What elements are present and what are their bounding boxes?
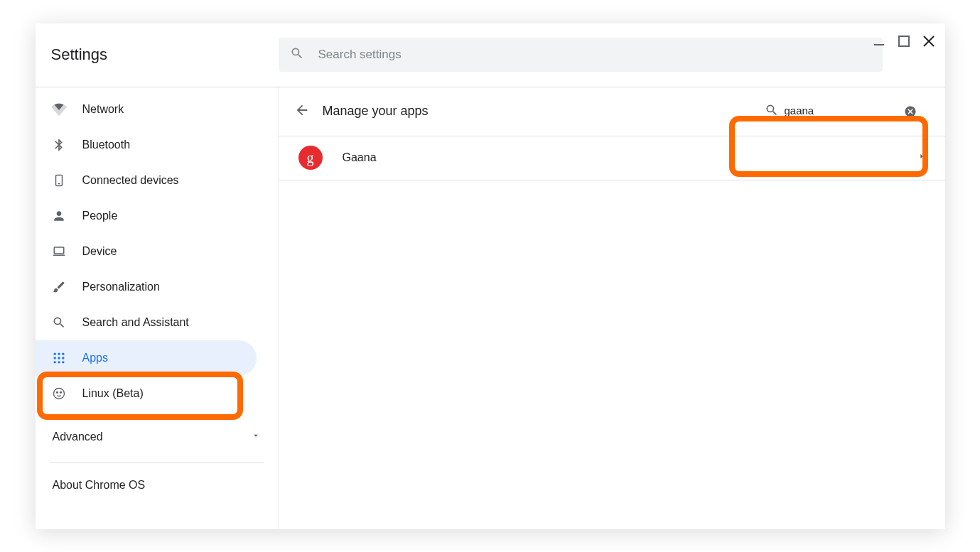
sidebar-item-network[interactable]: Network (36, 92, 278, 127)
svg-point-16 (62, 361, 64, 363)
sidebar-item-linux[interactable]: Linux (Beta) (36, 376, 278, 411)
sidebar-item-label: People (82, 210, 118, 222)
sidebar-item-label: Linux (Beta) (82, 387, 144, 400)
sidebar-item-apps[interactable]: Apps (36, 340, 257, 376)
search-icon (765, 103, 779, 120)
linux-icon (51, 386, 67, 401)
chevron-right-icon (918, 151, 925, 164)
svg-point-18 (56, 391, 58, 393)
svg-point-10 (62, 352, 64, 355)
svg-point-9 (58, 352, 60, 355)
sidebar-item-label: Connected devices (82, 174, 179, 187)
apps-search (765, 103, 925, 120)
apps-search-input[interactable] (785, 103, 898, 119)
sidebar-item-people[interactable]: People (36, 198, 278, 234)
app-row-gaana[interactable]: g Gaana (279, 136, 945, 180)
svg-point-19 (60, 391, 61, 393)
bluetooth-icon (51, 138, 67, 152)
brush-icon (51, 280, 67, 294)
app-name: Gaana (343, 151, 898, 164)
sidebar-about[interactable]: About Chrome OS (36, 463, 278, 507)
wifi-icon (51, 102, 67, 117)
global-search[interactable] (279, 38, 883, 72)
svg-point-17 (53, 388, 64, 399)
section-header: Manage your apps (279, 87, 945, 136)
svg-rect-1 (899, 36, 909, 46)
sidebar-item-connected-devices[interactable]: Connected devices (36, 163, 278, 198)
sidebar-item-device[interactable]: Device (36, 234, 278, 269)
svg-point-8 (53, 352, 55, 355)
sidebar-item-bluetooth[interactable]: Bluetooth (36, 127, 278, 163)
svg-rect-6 (54, 247, 64, 254)
app-icon: g (298, 146, 323, 170)
settings-window: Settings Network Bluetooth (36, 23, 945, 529)
sidebar-item-label: Personalization (82, 281, 160, 293)
advanced-label: Advanced (53, 431, 103, 443)
section-title: Manage your apps (323, 104, 752, 119)
sidebar-item-label: Network (82, 103, 124, 116)
chevron-down-icon (251, 431, 261, 443)
laptop-icon (51, 245, 67, 258)
svg-point-13 (62, 357, 64, 359)
svg-point-15 (58, 361, 60, 363)
search-icon (51, 315, 67, 330)
apps-grid-icon (51, 351, 67, 365)
sidebar-advanced[interactable]: Advanced (36, 417, 278, 457)
svg-point-14 (53, 361, 55, 363)
sidebar-item-label: Device (82, 245, 117, 258)
sidebar-item-personalization[interactable]: Personalization (36, 269, 278, 305)
minimize-icon[interactable] (873, 35, 885, 48)
svg-point-11 (53, 357, 55, 359)
sidebar-item-search-assistant[interactable]: Search and Assistant (36, 305, 278, 340)
sidebar-item-label: Apps (82, 352, 108, 364)
window-controls (873, 23, 945, 59)
global-search-input[interactable] (318, 48, 871, 62)
main-panel: Manage your apps g Gaana (279, 87, 945, 529)
clear-icon[interactable] (904, 105, 917, 118)
sidebar-item-label: Bluetooth (82, 139, 131, 151)
sidebar: Network Bluetooth Connected devices Peop… (36, 87, 279, 529)
search-icon (290, 46, 304, 63)
sidebar-item-label: Search and Assistant (82, 316, 189, 329)
svg-point-12 (58, 357, 60, 359)
header: Settings (36, 23, 945, 87)
back-button[interactable] (294, 102, 310, 121)
app-list: g Gaana (279, 136, 945, 180)
close-icon[interactable] (922, 35, 935, 48)
maximize-icon[interactable] (898, 36, 910, 47)
phone-icon (51, 173, 67, 188)
person-icon (51, 209, 67, 223)
page-title: Settings (51, 45, 279, 64)
